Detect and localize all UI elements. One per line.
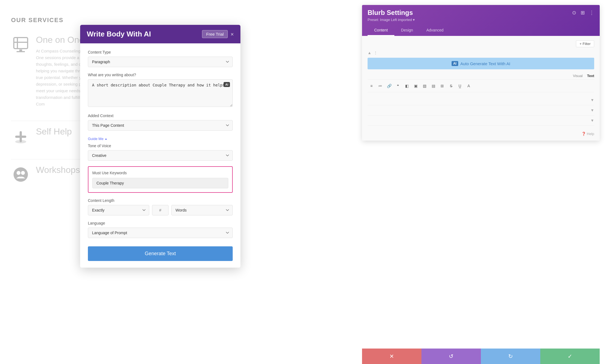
number-input[interactable]: [152, 205, 169, 215]
workshops-icon: [11, 165, 30, 184]
tab-design[interactable]: Design: [394, 25, 420, 36]
blurb-header-icons: ⊙ ⊞ ⋮: [572, 10, 594, 16]
collapse-icon-2[interactable]: ▼: [590, 108, 594, 112]
added-context-label: Added Context: [88, 114, 233, 118]
writing-about-group: What are you writing about? A short desc…: [88, 73, 233, 108]
service-workshops-title: Workshops: [36, 165, 80, 175]
target-icon[interactable]: ⊙: [572, 10, 576, 16]
blurb-settings-panel: Blurb Settings ⊙ ⊞ ⋮ Preset: Image Left …: [362, 5, 600, 141]
undo-icon: ↺: [449, 353, 454, 360]
visual-text-toggle: Visual Text: [368, 74, 594, 78]
ai-modal-header: Write Body With AI Free Trial ×: [80, 25, 240, 43]
tone-group: Tone of Voice Creative Professional Casu…: [88, 144, 233, 161]
keywords-label: Must Use Keywords: [92, 171, 228, 175]
help-icon[interactable]: ❓: [581, 132, 586, 136]
chevron-up-icon[interactable]: ▲: [368, 51, 371, 55]
undo-button[interactable]: ↺: [421, 349, 481, 364]
tab-advanced[interactable]: Advanced: [420, 25, 450, 36]
grid-icon[interactable]: ⊞: [581, 10, 585, 16]
filter-bar: + Filter: [368, 40, 594, 47]
service-workshops-text: Workshops: [36, 165, 80, 178]
toolbar-align-right[interactable]: ▧: [421, 82, 428, 90]
keywords-section: Must Use Keywords: [88, 166, 233, 193]
filter-button[interactable]: + Filter: [576, 40, 594, 47]
cancel-icon: ✕: [389, 353, 394, 360]
section-header-row: ▲ ⋮: [368, 51, 594, 55]
toolbar-align-left[interactable]: ◧: [403, 82, 411, 90]
toolbar-list-unordered[interactable]: ≡: [368, 82, 375, 90]
toolbar-list-ordered[interactable]: ≔: [376, 82, 384, 90]
redo-icon: ↻: [508, 353, 513, 360]
generate-text-button[interactable]: Generate Text: [88, 246, 233, 261]
collapse-icon-3[interactable]: ▼: [590, 118, 594, 123]
toolbar-color[interactable]: A: [465, 82, 473, 90]
tone-select[interactable]: Creative Professional Casual Formal: [88, 150, 233, 161]
toolbar-strikethrough[interactable]: S̶: [447, 82, 455, 90]
language-group: Language Language of Prompt English Span…: [88, 221, 233, 238]
more-icon[interactable]: ⋮: [589, 10, 594, 16]
toolbar-align-center[interactable]: ▣: [412, 82, 420, 90]
added-context-group: Added Context This Page Content None: [88, 114, 233, 131]
service-self-help-title: Self Help: [36, 126, 72, 137]
ai-modal-body: Content Type Paragraph Bullet Points Lis…: [80, 43, 240, 268]
toolbar-link[interactable]: 🔗: [385, 82, 393, 90]
collapse-icon-1[interactable]: ▼: [590, 98, 594, 102]
text-mode[interactable]: Text: [587, 74, 594, 78]
ai-icon: AI: [452, 61, 458, 66]
toolbar-underline[interactable]: U̲: [456, 82, 464, 90]
ai-badge: AI: [224, 82, 230, 87]
language-label: Language: [88, 221, 233, 225]
tab-content[interactable]: Content: [368, 25, 394, 36]
tone-label: Tone of Voice: [88, 144, 233, 148]
svg-point-9: [17, 171, 20, 175]
right-section-2: ▼: [368, 105, 594, 115]
section-more-icon[interactable]: ⋮: [374, 51, 378, 55]
ai-modal-title: Write Body With AI: [87, 30, 151, 38]
svg-point-7: [15, 140, 26, 143]
blurb-body: + Filter ▲ ⋮ AI Auto Generate Text With …: [362, 36, 600, 141]
redo-button[interactable]: ↻: [481, 349, 540, 364]
free-trial-badge: Free Trial: [202, 30, 228, 38]
keywords-input[interactable]: [92, 178, 228, 188]
words-select[interactable]: Words Sentences Paragraphs: [171, 205, 233, 215]
svg-point-8: [14, 167, 28, 182]
help-text: ❓ Help: [581, 132, 594, 136]
blurb-tabs: Content Design Advanced: [368, 25, 594, 36]
svg-rect-0: [14, 38, 28, 49]
close-modal-button[interactable]: ×: [230, 31, 234, 37]
blurb-header: Blurb Settings ⊙ ⊞ ⋮ Preset: Image Left …: [362, 5, 600, 36]
editor-toolbar: ≡ ≔ 🔗 ❝ ◧ ▣ ▧ ▤ ⊞ S̶ U̲ A: [368, 80, 594, 92]
toolbar-quote[interactable]: ❝: [394, 82, 402, 90]
auto-generate-button[interactable]: AI Auto Generate Text With AI: [368, 58, 594, 69]
toolbar-table[interactable]: ⊞: [438, 82, 446, 90]
content-length-group: Content Length Exactly About Min Max Wor…: [88, 198, 233, 215]
ai-modal: Write Body With AI Free Trial × Content …: [80, 25, 240, 268]
toolbar-align-justify[interactable]: ▤: [429, 82, 437, 90]
content-type-group: Content Type Paragraph Bullet Points Lis…: [88, 50, 233, 67]
content-length-label: Content Length: [88, 198, 233, 203]
ai-modal-header-right: Free Trial ×: [202, 30, 234, 38]
visual-mode[interactable]: Visual: [573, 74, 583, 78]
guide-me-link[interactable]: Guide Me: [88, 137, 107, 141]
service-self-help-text: Self Help: [36, 126, 72, 139]
writing-about-label: What are you writing about?: [88, 73, 233, 77]
textarea-wrapper: A short description about Couple Therapy…: [88, 79, 233, 108]
content-type-label: Content Type: [88, 50, 233, 54]
right-section-1: ▼: [368, 95, 594, 105]
language-select[interactable]: Language of Prompt English Spanish Frenc…: [88, 228, 233, 238]
blurb-title: Blurb Settings: [368, 9, 413, 17]
content-type-select[interactable]: Paragraph Bullet Points List: [88, 57, 233, 67]
cancel-button[interactable]: ✕: [362, 349, 421, 364]
svg-point-10: [21, 171, 25, 175]
auto-generate-label: Auto Generate Text With AI: [460, 61, 510, 66]
save-button[interactable]: ✓: [540, 349, 600, 364]
one-on-one-icon: [11, 35, 30, 54]
bottom-action-bar: ✕ ↺ ↻ ✓: [362, 349, 600, 364]
exactly-select[interactable]: Exactly About Min Max: [88, 205, 149, 215]
writing-about-textarea[interactable]: A short description about Couple Therapy…: [88, 79, 233, 107]
services-heading: OUR SERVICES: [11, 17, 111, 24]
section-label-1: ▼: [368, 98, 594, 102]
right-section-3: ▼: [368, 115, 594, 126]
save-icon: ✓: [568, 353, 572, 360]
added-context-select[interactable]: This Page Content None: [88, 120, 233, 131]
